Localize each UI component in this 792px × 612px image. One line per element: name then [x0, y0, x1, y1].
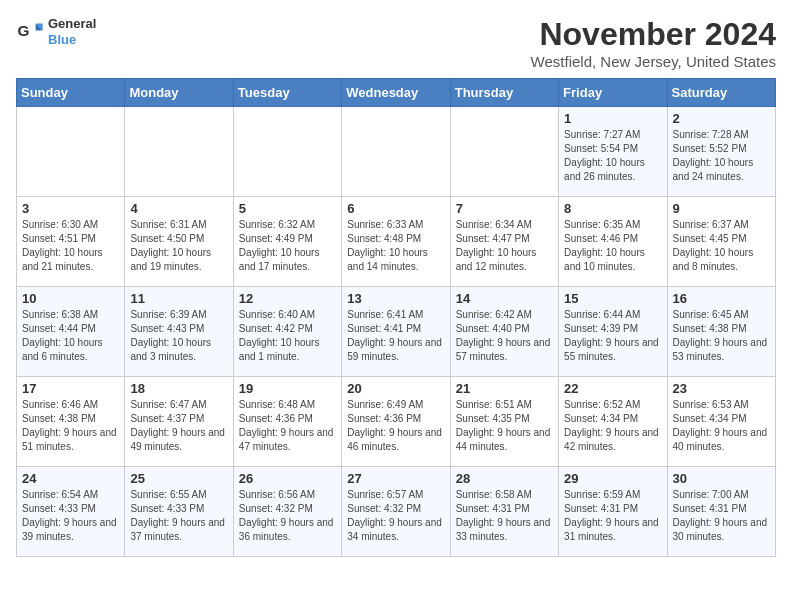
day-number: 27 [347, 471, 444, 486]
calendar-cell: 26Sunrise: 6:56 AM Sunset: 4:32 PM Dayli… [233, 467, 341, 557]
day-number: 7 [456, 201, 553, 216]
calendar-cell [17, 107, 125, 197]
calendar-cell: 27Sunrise: 6:57 AM Sunset: 4:32 PM Dayli… [342, 467, 450, 557]
day-info: Sunrise: 6:46 AM Sunset: 4:38 PM Dayligh… [22, 398, 119, 454]
day-number: 3 [22, 201, 119, 216]
calendar-cell: 24Sunrise: 6:54 AM Sunset: 4:33 PM Dayli… [17, 467, 125, 557]
calendar-cell: 25Sunrise: 6:55 AM Sunset: 4:33 PM Dayli… [125, 467, 233, 557]
day-info: Sunrise: 6:37 AM Sunset: 4:45 PM Dayligh… [673, 218, 770, 274]
day-number: 18 [130, 381, 227, 396]
day-number: 30 [673, 471, 770, 486]
day-number: 28 [456, 471, 553, 486]
day-number: 25 [130, 471, 227, 486]
day-info: Sunrise: 6:49 AM Sunset: 4:36 PM Dayligh… [347, 398, 444, 454]
day-info: Sunrise: 6:55 AM Sunset: 4:33 PM Dayligh… [130, 488, 227, 544]
day-info: Sunrise: 6:51 AM Sunset: 4:35 PM Dayligh… [456, 398, 553, 454]
day-info: Sunrise: 6:52 AM Sunset: 4:34 PM Dayligh… [564, 398, 661, 454]
day-number: 19 [239, 381, 336, 396]
calendar-week-3: 17Sunrise: 6:46 AM Sunset: 4:38 PM Dayli… [17, 377, 776, 467]
day-number: 4 [130, 201, 227, 216]
logo-line1: General [48, 16, 96, 32]
day-info: Sunrise: 6:34 AM Sunset: 4:47 PM Dayligh… [456, 218, 553, 274]
title-area: November 2024 Westfield, New Jersey, Uni… [531, 16, 776, 70]
day-info: Sunrise: 6:56 AM Sunset: 4:32 PM Dayligh… [239, 488, 336, 544]
day-info: Sunrise: 6:30 AM Sunset: 4:51 PM Dayligh… [22, 218, 119, 274]
svg-text:G: G [17, 22, 29, 39]
day-number: 13 [347, 291, 444, 306]
logo-icon: G [16, 18, 44, 46]
calendar-cell: 6Sunrise: 6:33 AM Sunset: 4:48 PM Daylig… [342, 197, 450, 287]
calendar-cell: 3Sunrise: 6:30 AM Sunset: 4:51 PM Daylig… [17, 197, 125, 287]
day-info: Sunrise: 6:54 AM Sunset: 4:33 PM Dayligh… [22, 488, 119, 544]
day-info: Sunrise: 6:48 AM Sunset: 4:36 PM Dayligh… [239, 398, 336, 454]
day-number: 11 [130, 291, 227, 306]
calendar-cell: 22Sunrise: 6:52 AM Sunset: 4:34 PM Dayli… [559, 377, 667, 467]
day-number: 5 [239, 201, 336, 216]
calendar-cell: 5Sunrise: 6:32 AM Sunset: 4:49 PM Daylig… [233, 197, 341, 287]
day-header-wednesday: Wednesday [342, 79, 450, 107]
day-number: 22 [564, 381, 661, 396]
day-info: Sunrise: 6:32 AM Sunset: 4:49 PM Dayligh… [239, 218, 336, 274]
day-number: 9 [673, 201, 770, 216]
day-info: Sunrise: 6:53 AM Sunset: 4:34 PM Dayligh… [673, 398, 770, 454]
calendar-cell: 7Sunrise: 6:34 AM Sunset: 4:47 PM Daylig… [450, 197, 558, 287]
header: G General Blue November 2024 Westfield, … [16, 16, 776, 70]
calendar-cell: 17Sunrise: 6:46 AM Sunset: 4:38 PM Dayli… [17, 377, 125, 467]
calendar-cell: 23Sunrise: 6:53 AM Sunset: 4:34 PM Dayli… [667, 377, 775, 467]
calendar-cell: 20Sunrise: 6:49 AM Sunset: 4:36 PM Dayli… [342, 377, 450, 467]
calendar-cell: 15Sunrise: 6:44 AM Sunset: 4:39 PM Dayli… [559, 287, 667, 377]
calendar-cell: 21Sunrise: 6:51 AM Sunset: 4:35 PM Dayli… [450, 377, 558, 467]
location: Westfield, New Jersey, United States [531, 53, 776, 70]
day-number: 12 [239, 291, 336, 306]
calendar-cell: 19Sunrise: 6:48 AM Sunset: 4:36 PM Dayli… [233, 377, 341, 467]
day-number: 2 [673, 111, 770, 126]
day-info: Sunrise: 6:57 AM Sunset: 4:32 PM Dayligh… [347, 488, 444, 544]
day-header-monday: Monday [125, 79, 233, 107]
calendar-cell: 14Sunrise: 6:42 AM Sunset: 4:40 PM Dayli… [450, 287, 558, 377]
logo-text: General Blue [48, 16, 96, 47]
day-number: 26 [239, 471, 336, 486]
day-info: Sunrise: 6:35 AM Sunset: 4:46 PM Dayligh… [564, 218, 661, 274]
day-info: Sunrise: 6:45 AM Sunset: 4:38 PM Dayligh… [673, 308, 770, 364]
calendar-cell: 28Sunrise: 6:58 AM Sunset: 4:31 PM Dayli… [450, 467, 558, 557]
calendar-cell: 1Sunrise: 7:27 AM Sunset: 5:54 PM Daylig… [559, 107, 667, 197]
calendar-cell: 10Sunrise: 6:38 AM Sunset: 4:44 PM Dayli… [17, 287, 125, 377]
day-info: Sunrise: 6:42 AM Sunset: 4:40 PM Dayligh… [456, 308, 553, 364]
day-number: 14 [456, 291, 553, 306]
calendar-cell: 29Sunrise: 6:59 AM Sunset: 4:31 PM Dayli… [559, 467, 667, 557]
calendar-cell: 8Sunrise: 6:35 AM Sunset: 4:46 PM Daylig… [559, 197, 667, 287]
day-info: Sunrise: 6:58 AM Sunset: 4:31 PM Dayligh… [456, 488, 553, 544]
calendar-cell: 18Sunrise: 6:47 AM Sunset: 4:37 PM Dayli… [125, 377, 233, 467]
day-number: 15 [564, 291, 661, 306]
day-number: 16 [673, 291, 770, 306]
day-header-friday: Friday [559, 79, 667, 107]
day-info: Sunrise: 6:41 AM Sunset: 4:41 PM Dayligh… [347, 308, 444, 364]
day-number: 10 [22, 291, 119, 306]
day-number: 29 [564, 471, 661, 486]
day-header-tuesday: Tuesday [233, 79, 341, 107]
calendar-week-0: 1Sunrise: 7:27 AM Sunset: 5:54 PM Daylig… [17, 107, 776, 197]
day-number: 1 [564, 111, 661, 126]
calendar-table: SundayMondayTuesdayWednesdayThursdayFrid… [16, 78, 776, 557]
day-info: Sunrise: 6:40 AM Sunset: 4:42 PM Dayligh… [239, 308, 336, 364]
day-number: 24 [22, 471, 119, 486]
day-header-thursday: Thursday [450, 79, 558, 107]
calendar-week-1: 3Sunrise: 6:30 AM Sunset: 4:51 PM Daylig… [17, 197, 776, 287]
day-info: Sunrise: 6:47 AM Sunset: 4:37 PM Dayligh… [130, 398, 227, 454]
calendar-header-row: SundayMondayTuesdayWednesdayThursdayFrid… [17, 79, 776, 107]
calendar-cell [233, 107, 341, 197]
month-title: November 2024 [531, 16, 776, 53]
calendar-cell [125, 107, 233, 197]
day-info: Sunrise: 7:00 AM Sunset: 4:31 PM Dayligh… [673, 488, 770, 544]
day-number: 8 [564, 201, 661, 216]
calendar-cell: 13Sunrise: 6:41 AM Sunset: 4:41 PM Dayli… [342, 287, 450, 377]
calendar-body: 1Sunrise: 7:27 AM Sunset: 5:54 PM Daylig… [17, 107, 776, 557]
day-header-sunday: Sunday [17, 79, 125, 107]
calendar-cell: 9Sunrise: 6:37 AM Sunset: 4:45 PM Daylig… [667, 197, 775, 287]
logo: G General Blue [16, 16, 96, 47]
logo-line2: Blue [48, 32, 96, 48]
day-info: Sunrise: 6:33 AM Sunset: 4:48 PM Dayligh… [347, 218, 444, 274]
calendar-cell: 16Sunrise: 6:45 AM Sunset: 4:38 PM Dayli… [667, 287, 775, 377]
day-info: Sunrise: 6:38 AM Sunset: 4:44 PM Dayligh… [22, 308, 119, 364]
day-info: Sunrise: 7:28 AM Sunset: 5:52 PM Dayligh… [673, 128, 770, 184]
